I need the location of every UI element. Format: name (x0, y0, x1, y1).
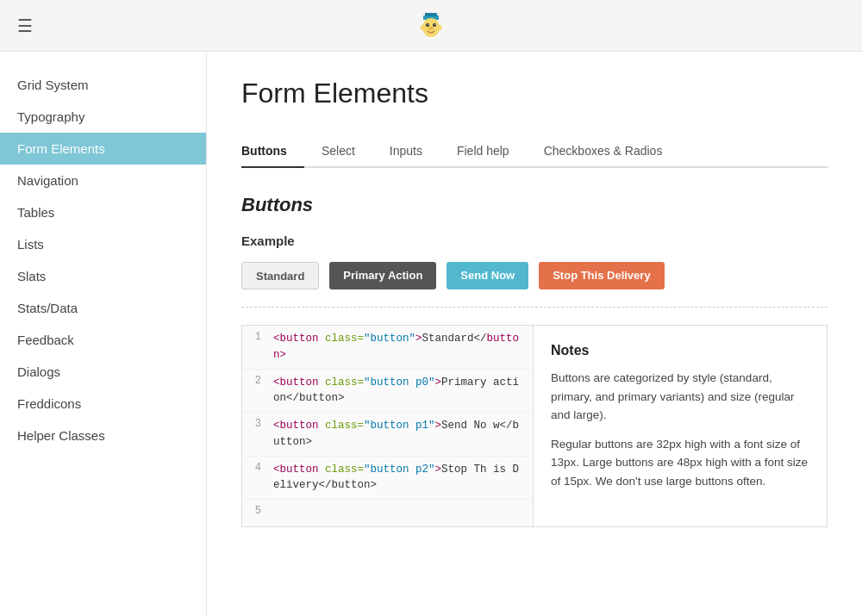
sidebar-item-grid-system[interactable]: Grid System (0, 69, 206, 101)
line-number-1: 1 (242, 331, 273, 343)
svg-point-7 (434, 23, 435, 24)
sidebar-item-dialogs[interactable]: Dialogs (0, 356, 206, 388)
tab-buttons[interactable]: Buttons (241, 135, 304, 168)
stop-delivery-button[interactable]: Stop This Delivery (539, 262, 664, 289)
hamburger-icon: ☰ (17, 16, 33, 35)
line-number-5: 5 (242, 505, 273, 517)
main-content: Form Elements ButtonsSelectInputsField h… (207, 52, 862, 616)
code-line-3: 3 <button class="button p1">Send No w</b… (242, 413, 533, 457)
sidebar-item-helper-classes[interactable]: Helper Classes (0, 420, 206, 451)
sidebar-item-lists[interactable]: Lists (0, 228, 206, 260)
sidebar-item-navigation[interactable]: Navigation (0, 165, 206, 196)
code-panel: 1 <button class="button">Standard</butto… (242, 326, 534, 526)
page-title: Form Elements (241, 78, 828, 109)
code-line-4: 4 <button class="button p2">Stop Th is D… (242, 457, 533, 501)
code-line-1: 1 <button class="button">Standard</butto… (242, 326, 533, 370)
app-layout: Grid SystemTypographyForm ElementsNaviga… (0, 52, 862, 616)
section-title: Buttons (241, 194, 828, 216)
svg-point-4 (426, 23, 429, 27)
primary-action-button[interactable]: Primary Action (329, 262, 436, 289)
tab-field-help[interactable]: Field help (440, 135, 527, 168)
line-code-3: <button class="button p1">Send No w</but… (273, 418, 533, 451)
sidebar-item-freddicons[interactable]: Freddicons (0, 388, 206, 420)
svg-rect-2 (425, 13, 437, 16)
tabs-bar: ButtonsSelectInputsField helpCheckboxes … (241, 135, 828, 168)
svg-point-9 (421, 25, 425, 30)
notes-paragraph-2: Regular buttons are 32px high with a fon… (551, 435, 809, 491)
notes-panel: Notes Buttons are categorized by style (… (534, 326, 827, 526)
line-code-4: <button class="button p2">Stop Th is Del… (273, 462, 533, 495)
standard-button[interactable]: Standard (241, 262, 319, 289)
svg-point-5 (433, 23, 436, 27)
code-line-5: 5 (242, 500, 533, 526)
app-header: ☰ (0, 0, 862, 52)
line-number-2: 2 (242, 375, 273, 387)
send-now-button[interactable]: Send Now (447, 262, 528, 289)
svg-point-10 (438, 25, 442, 30)
logo-svg (414, 9, 448, 43)
line-number-4: 4 (242, 462, 273, 474)
sidebar-item-typography[interactable]: Typography (0, 101, 206, 133)
sidebar-item-stats-data[interactable]: Stats/Data (0, 292, 206, 324)
line-code-2: <button class="button p0">Primary action… (273, 375, 533, 408)
tab-select[interactable]: Select (304, 135, 372, 168)
svg-point-6 (428, 23, 428, 24)
code-notes-section: 1 <button class="button">Standard</butto… (241, 325, 828, 527)
sidebar-item-feedback[interactable]: Feedback (0, 324, 206, 356)
notes-paragraph-1: Buttons are categorized by style (standa… (551, 369, 809, 425)
sidebar-item-slats[interactable]: Slats (0, 260, 206, 292)
notes-title: Notes (551, 343, 809, 358)
tab-inputs[interactable]: Inputs (372, 135, 440, 168)
tab-checkboxes-radios[interactable]: Checkboxes & Radios (527, 135, 680, 168)
menu-button[interactable]: ☰ (17, 16, 33, 36)
sidebar-item-form-elements[interactable]: Form Elements (0, 133, 206, 165)
line-number-3: 3 (242, 418, 273, 430)
app-logo (414, 9, 448, 43)
line-code-5 (273, 505, 533, 521)
sidebar-item-tables[interactable]: Tables (0, 196, 206, 228)
buttons-example-row: Standard Primary Action Send Now Stop Th… (241, 262, 828, 289)
line-code-1: <button class="button">Standard</button> (273, 331, 533, 364)
sidebar: Grid SystemTypographyForm ElementsNaviga… (0, 52, 207, 616)
example-label: Example (241, 233, 828, 248)
section-divider (241, 307, 828, 308)
svg-point-8 (428, 27, 434, 30)
code-line-2: 2 <button class="button p0">Primary acti… (242, 370, 533, 414)
